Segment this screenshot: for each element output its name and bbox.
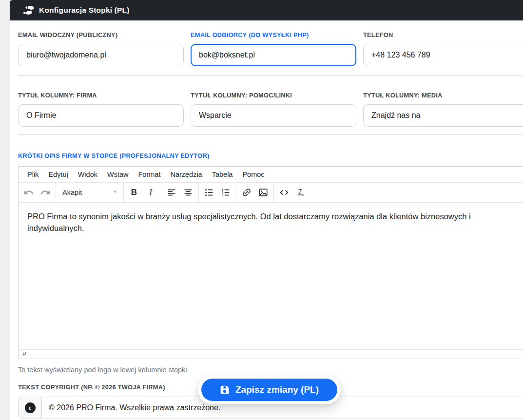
clear-formatting-icon: Tx (295, 187, 306, 198)
page: Konfiguracja Stopki (PL) EMAIL WIDOCZNY … (0, 0, 523, 420)
numbered-list-button[interactable]: 123 (217, 185, 234, 201)
align-center-button[interactable] (180, 185, 196, 201)
copyright-prefix: c (19, 397, 42, 419)
link-icon (241, 187, 252, 198)
menu-table[interactable]: Tabela (207, 169, 238, 180)
email-recipient-label: EMAIL ODBIORCY (DO WYSYŁKI PHP) (191, 31, 356, 38)
rich-text-editor: Plik Edytuj Widok Wstaw Format Narzędzia… (18, 166, 523, 359)
paragraph-format-select[interactable]: Akapit (58, 185, 121, 201)
divider (18, 75, 523, 76)
field-email-recipient: EMAIL ODBIORCY (DO WYSYŁKI PHP) (191, 31, 356, 66)
clear-formatting-button[interactable]: Tx (292, 185, 309, 201)
menu-view[interactable]: Widok (73, 169, 102, 180)
align-center-icon (183, 187, 194, 198)
undo-button[interactable] (20, 185, 37, 201)
field-phone: TELEFON (363, 31, 523, 66)
card-body: EMAIL WIDOCZNY (PUBLICZNY) EMAIL ODBIORC… (10, 20, 523, 419)
col-company-input[interactable] (18, 104, 184, 127)
contact-row: EMAIL WIDOCZNY (PUBLICZNY) EMAIL ODBIORC… (18, 31, 523, 66)
footer-config-card: Konfiguracja Stopki (PL) EMAIL WIDOCZNY … (10, 0, 523, 420)
italic-icon: I (149, 188, 152, 198)
element-path[interactable]: P (22, 351, 26, 358)
menu-file[interactable]: Plik (22, 169, 43, 180)
toolbar-group-media (236, 183, 273, 202)
col-company-label: TYTUŁ KOLUMNY: FIRMA (18, 92, 184, 99)
editor-menubar: Plik Edytuj Widok Wstaw Format Narzędzia… (19, 167, 523, 183)
align-left-icon (166, 187, 177, 198)
menu-edit[interactable]: Edytuj (43, 169, 73, 180)
menu-tools[interactable]: Narzędzia (165, 169, 207, 180)
italic-button[interactable]: I (142, 185, 159, 201)
copyright-icon: c (25, 402, 36, 413)
card-header: Konfiguracja Stopki (PL) (10, 0, 523, 20)
toolbar-group-lists: 123 (198, 183, 236, 202)
bold-icon: B (131, 188, 137, 197)
field-col-help: TYTUŁ KOLUMNY: POMOC/LINKI (191, 92, 356, 127)
editor-helper-text: To tekst wyświetlany pod logo w lewej ko… (18, 366, 523, 374)
save-button[interactable]: Zapisz zmiany (PL) (201, 379, 337, 401)
email-public-input[interactable] (18, 44, 184, 66)
menu-format[interactable]: Format (133, 169, 165, 180)
save-button-container: Zapisz zmiany (PL) (198, 375, 341, 404)
image-icon (258, 187, 269, 198)
toolbar-group-text-style: B I (123, 183, 161, 202)
column-titles-row: TYTUŁ KOLUMNY: FIRMA TYTUŁ KOLUMNY: POMO… (18, 92, 523, 127)
chevron-down-icon (112, 188, 118, 197)
menu-help[interactable]: Pomoc (237, 169, 269, 180)
align-left-button[interactable] (163, 185, 180, 201)
editor-statusbar: P (19, 349, 523, 359)
save-button-label: Zapisz zmiany (PL) (235, 384, 319, 395)
email-public-label: EMAIL WIDOCZNY (PUBLICZNY) (18, 31, 184, 38)
phone-input[interactable] (363, 44, 523, 66)
numbered-list-icon: 123 (220, 187, 231, 198)
format-select-value: Akapit (62, 189, 82, 196)
code-icon (279, 187, 290, 198)
editor-toolbar: Akapit B I (19, 183, 523, 203)
source-code-button[interactable] (276, 185, 292, 201)
toolbar-group-history (19, 183, 56, 202)
col-media-input[interactable] (363, 104, 523, 127)
link-button[interactable] (238, 185, 255, 201)
col-media-label: TYTUŁ KOLUMNY: MEDIA (363, 92, 523, 99)
field-email-public: EMAIL WIDOCZNY (PUBLICZNY) (18, 31, 184, 66)
phone-label: TELEFON (363, 31, 523, 38)
toolbar-group-align (161, 183, 198, 202)
bullet-list-button[interactable] (201, 185, 217, 201)
svg-text:3: 3 (222, 193, 224, 197)
bullet-list-icon (204, 187, 214, 198)
editor-paragraph: PRO Firma to synonim jakości w branży us… (27, 211, 520, 234)
col-help-label: TYTUŁ KOLUMNY: POMOC/LINKI (191, 92, 356, 99)
page-title: Konfiguracja Stopki (PL) (39, 6, 130, 15)
editor-content[interactable]: PRO Firma to synonim jakości w branży us… (19, 203, 523, 349)
email-recipient-input[interactable] (191, 44, 356, 66)
shoe-prints-icon (23, 6, 34, 15)
field-col-company: TYTUŁ KOLUMNY: FIRMA (18, 92, 184, 127)
svg-text:x: x (302, 192, 304, 197)
divider (18, 134, 523, 135)
editor-section-label: KRÓTKI OPIS FIRMY W STOPCE (PROFESJONALN… (18, 152, 523, 159)
menu-insert[interactable]: Wstaw (102, 169, 134, 180)
bold-button[interactable]: B (126, 185, 142, 201)
redo-button[interactable] (37, 185, 54, 201)
col-help-input[interactable] (191, 104, 356, 127)
toolbar-group-format-select: Akapit (56, 183, 123, 202)
redo-icon (40, 187, 51, 198)
image-button[interactable] (255, 185, 271, 201)
save-icon (220, 385, 230, 395)
field-col-media: TYTUŁ KOLUMNY: MEDIA (363, 92, 523, 127)
undo-icon (23, 187, 34, 198)
toolbar-group-code: Tx (273, 183, 311, 202)
